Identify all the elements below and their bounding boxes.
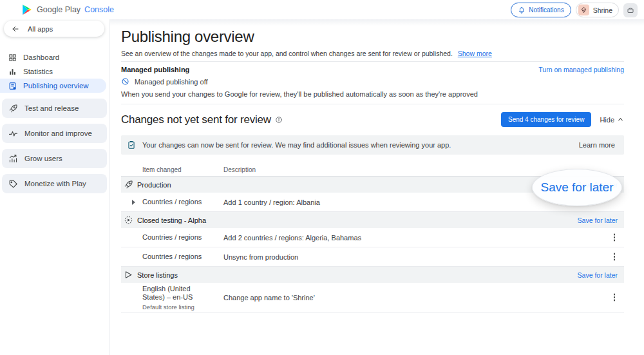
closed-testing-icon: [123, 215, 134, 225]
section-name: Production: [137, 181, 171, 189]
sidebar-group-label: Monetize with Play: [24, 180, 86, 187]
row-menu-button[interactable]: [609, 251, 620, 263]
turn-on-managed-publishing-link[interactable]: Turn on managed publishing: [538, 66, 624, 73]
app-switcher[interactable]: Shrine: [576, 3, 619, 17]
item-changed-cell: English (United States) – en-US: [142, 285, 205, 302]
magnifier-loupe: Save for later: [532, 169, 622, 206]
store-listings-icon: [123, 269, 134, 280]
item-changed-cell: Countries / regions: [142, 198, 202, 206]
briefcase-icon: [627, 6, 634, 14]
description-cell: Unsync from production: [223, 253, 605, 261]
save-for-later-link[interactable]: Save for later: [578, 271, 618, 279]
show-more-link[interactable]: Show more: [458, 50, 492, 57]
back-arrow-icon: [12, 25, 19, 33]
sidebar-group-label: Monitor and improve: [24, 130, 92, 137]
play-console-window: Google Play Console Notifications: [0, 0, 644, 355]
sidebar-item-publishing-overview[interactable]: Publishing overview: [0, 79, 106, 93]
page-subtitle: See an overview of the changes made to y…: [121, 49, 624, 59]
managed-publishing-title: Managed publishing: [121, 66, 189, 73]
pulse-icon: [8, 129, 18, 139]
page-title: Publishing overview: [121, 27, 624, 46]
chevron-up-icon: [617, 116, 624, 123]
sidebar-group-monetize-with-play[interactable]: Monetize with Play: [2, 174, 107, 193]
table-row-store-listing: English (United States) – en-US Default …: [121, 283, 624, 312]
clipboard-check-icon: [127, 140, 136, 149]
column-item-changed: Item changed: [121, 166, 223, 173]
sidebar-item-label: Dashboard: [23, 53, 59, 61]
google-play-console-logo[interactable]: Google Play Console: [21, 0, 114, 19]
publishing-overview-icon: [8, 82, 17, 90]
expand-row-icon[interactable]: [131, 199, 136, 205]
description-cell: Add 2 countries / regions: Algeria, Baha…: [223, 234, 605, 242]
banner-text: Your changes can now be sent for review.…: [142, 141, 451, 149]
item-changed-cell: Countries / regions: [142, 253, 202, 260]
sidebar-group-grow-users[interactable]: Grow users: [2, 149, 107, 168]
app-switcher-label: Shrine: [593, 6, 612, 14]
review-banner: Your changes can now be sent for review.…: [121, 135, 624, 155]
notifications-label: Notifications: [529, 6, 564, 14]
loupe-save-for-later-text[interactable]: Save for later: [541, 180, 614, 195]
sidebar-item-statistics[interactable]: Statistics: [0, 64, 106, 79]
kebab-icon: [614, 256, 616, 258]
section-name: Closed testing - Alpha: [137, 216, 206, 224]
kebab-icon: [614, 236, 616, 238]
all-apps-label: All apps: [28, 25, 53, 33]
item-changed-subtext: Default store listing: [142, 303, 205, 311]
rocket-icon: [123, 179, 134, 190]
row-menu-button[interactable]: [609, 232, 620, 244]
sidebar-item-label: Statistics: [23, 68, 53, 75]
row-menu-button[interactable]: [609, 292, 620, 303]
account-avatar[interactable]: [623, 3, 638, 17]
growth-chart-icon: [8, 154, 18, 164]
shrine-app-icon: [578, 5, 589, 15]
hide-label: Hide: [600, 116, 614, 124]
sidebar: All apps Dashboard Statistics: [0, 19, 109, 355]
managed-publishing-status-text: Managed publishing off: [135, 78, 208, 86]
info-icon[interactable]: [275, 116, 283, 124]
tag-icon: [8, 179, 18, 189]
bar-chart-icon: [8, 68, 17, 76]
send-changes-button[interactable]: Send 4 changes for review: [501, 112, 591, 127]
topbar: Google Play Console Notifications: [0, 0, 644, 19]
brand-console: Console: [84, 5, 114, 14]
rocket-icon: [8, 104, 18, 113]
sidebar-item-label: Publishing overview: [23, 82, 89, 90]
play-logo-icon: [21, 4, 33, 15]
managed-publishing-status: Managed publishing off: [121, 77, 624, 86]
item-changed-cell: Countries / regions: [142, 233, 202, 241]
all-apps-button[interactable]: All apps: [4, 21, 104, 37]
divider: [121, 61, 624, 62]
sidebar-nav: Dashboard Statistics Pub: [0, 50, 106, 93]
section-row-store-listings: Store listings Save for later: [121, 267, 624, 283]
sidebar-group-monitor-and-improve[interactable]: Monitor and improve: [2, 124, 107, 143]
table-row-algeria-bahamas: Countries / regions Add 2 countries / re…: [121, 228, 624, 247]
sidebar-item-dashboard[interactable]: Dashboard: [0, 50, 106, 64]
managed-publishing-header: Managed publishing Turn on managed publi…: [121, 66, 624, 73]
brand-google-play: Google Play: [37, 5, 80, 14]
changes-title: Changes not yet sent for review: [121, 113, 271, 126]
kebab-icon: [614, 296, 616, 298]
sidebar-groups: Test and release Monitor and improve: [2, 99, 107, 199]
managed-publishing-description: When you send your changes to Google for…: [121, 90, 624, 98]
learn-more-link[interactable]: Learn more: [579, 141, 615, 149]
sidebar-group-test-and-release[interactable]: Test and release: [2, 99, 107, 118]
hide-toggle[interactable]: Hide: [600, 116, 624, 124]
section-row-closed-testing: Closed testing - Alpha Save for later: [121, 212, 624, 228]
column-description: Description: [223, 166, 605, 173]
dashboard-icon: [8, 53, 17, 62]
sidebar-group-label: Grow users: [24, 155, 62, 162]
description-cell: Change app name to 'Shrine': [223, 294, 605, 302]
topbar-actions: Notifications Shrine: [511, 3, 638, 17]
changes-header: Changes not yet sent for review Send 4 c…: [121, 112, 624, 127]
managed-publishing-off-icon: [121, 77, 129, 86]
changes-header-actions: Send 4 changes for review Hide: [501, 112, 624, 127]
divider: [121, 104, 624, 104]
sidebar-group-label: Test and release: [24, 104, 79, 112]
notifications-button[interactable]: Notifications: [511, 3, 571, 17]
save-for-later-link[interactable]: Save for later: [578, 216, 618, 224]
section-name: Store listings: [137, 271, 178, 279]
bell-icon: [518, 6, 526, 14]
table-row-unsync: Countries / regions Unsync from producti…: [121, 247, 624, 267]
